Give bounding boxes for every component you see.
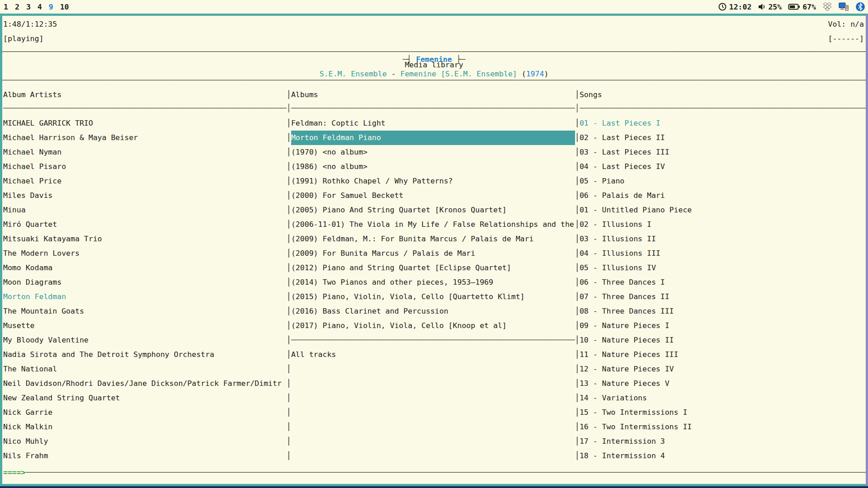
artist-item[interactable]: Michael Harrison & Maya Beiser — [3, 131, 138, 145]
album-item[interactable]: All tracks — [291, 347, 336, 362]
workspace-2[interactable]: 2 — [15, 3, 19, 11]
album-item[interactable]: (2015) Piano, Violin, Viola, Cello [Quar… — [291, 290, 525, 304]
column-divider: │ — [575, 131, 580, 145]
column-divider: │ — [575, 188, 580, 203]
album-item[interactable]: (2000) For Samuel Beckett — [291, 188, 403, 203]
artist-item[interactable]: Nico Muhly — [3, 434, 48, 449]
command-line: ====>───────────────────────────────────… — [2, 467, 866, 479]
artist-item-active[interactable]: Morton Feldman — [3, 290, 66, 304]
song-item[interactable]: 07 - Three Dances II — [580, 290, 670, 304]
artist-item[interactable]: New Zealand String Quartet — [3, 391, 120, 405]
artist-item[interactable]: The Mountain Goats — [3, 304, 84, 319]
song-item[interactable]: 09 - Nature Pieces I — [580, 319, 670, 333]
song-item[interactable]: 16 - Two Intermissions II — [580, 420, 692, 434]
dropbox-icon[interactable] — [822, 2, 832, 12]
artist-item[interactable]: Nadia Sirota and The Detroit Symphony Or… — [3, 347, 214, 362]
workspace-3[interactable]: 3 — [26, 3, 31, 11]
column-divider: │ — [575, 88, 580, 102]
album-item[interactable]: (2005) Piano And String Quartet [Kronos … — [291, 203, 507, 217]
library-row: Morton Feldman│(2015) Piano, Violin, Vio… — [2, 290, 866, 304]
album-item[interactable]: (1970) <no album> — [291, 145, 368, 160]
song-item[interactable]: 14 - Variations — [580, 391, 647, 405]
album-item[interactable]: Feldman: Coptic Light — [291, 116, 386, 131]
artist-item[interactable]: Michael Nyman — [3, 145, 61, 160]
song-item[interactable]: 10 - Nature Pieces II — [580, 333, 674, 347]
song-item[interactable]: 08 - Three Dances III — [580, 304, 674, 319]
column-divider: │ — [287, 304, 291, 319]
artist-item[interactable]: My Bloody Valentine — [3, 333, 89, 347]
column-divider: │ — [575, 420, 580, 434]
album-item[interactable]: (2006-11-01) The Viola in My Life / Fals… — [291, 217, 574, 232]
album-item[interactable]: (2009) For Bunita Marcus / Palais de Mar… — [291, 246, 475, 261]
column-divider: │ — [287, 290, 291, 304]
album-item[interactable]: (2009) Feldman, M.: For Bunita Marcus / … — [291, 232, 533, 246]
song-item[interactable]: 05 - Piano — [580, 174, 624, 188]
artist-item[interactable]: Miró Quartet — [3, 217, 57, 232]
network-computer-icon[interactable] — [839, 2, 849, 12]
artist-item[interactable]: Nick Garrie — [3, 405, 52, 420]
artist-item[interactable]: Michael Price — [3, 174, 61, 188]
column-divider: │ — [287, 261, 291, 275]
song-item[interactable]: 01 - Untitled Piano Piece — [580, 203, 692, 217]
library-row: Momo Kodama│(2012) Piano and String Quar… — [2, 261, 866, 275]
song-item[interactable]: 11 - Nature Pieces III — [580, 347, 679, 362]
column-divider: │ — [575, 102, 580, 115]
library-row: MICHAEL GARRICK TRIO│Feldman: Coptic Lig… — [2, 116, 866, 131]
column-divider: │ — [575, 319, 580, 333]
song-item[interactable]: 05 - Illusions IV — [580, 261, 656, 275]
artist-item[interactable]: Musette — [3, 319, 35, 333]
album-item[interactable]: (2012) Piano and String Quartet [Eclipse… — [291, 261, 511, 275]
library-row: Nick Garrie││15 - Two Intermissions I — [2, 405, 866, 420]
album-item[interactable]: (1986) <no album> — [291, 160, 368, 174]
column-divider: │ — [287, 131, 291, 145]
artist-item[interactable]: Michael Pisaro — [3, 160, 66, 174]
column-divider: │ — [287, 347, 291, 362]
song-item[interactable]: 04 - Last Pieces IV — [580, 160, 665, 174]
song-item-active[interactable]: 01 - Last Pieces I — [580, 116, 660, 131]
song-item[interactable]: 06 - Three Dances I — [580, 275, 665, 290]
album-item[interactable]: (2016) Bass Clarinet and Percussion — [291, 304, 448, 319]
song-item[interactable]: 03 - Last Pieces III — [580, 145, 670, 160]
artist-item[interactable]: Mitsuaki Katayama Trio — [3, 232, 102, 246]
album-item[interactable]: (2017) Piano, Violin, Viola, Cello [Knoo… — [291, 319, 507, 333]
song-item[interactable]: 02 - Illusions I — [580, 217, 651, 232]
artist-item[interactable]: Minua — [3, 203, 26, 217]
battery-group: 67% — [788, 2, 816, 11]
library-row: The National││12 - Nature Pieces IV — [2, 362, 866, 376]
artist-item[interactable]: The Modern Lovers — [3, 246, 80, 261]
song-item[interactable]: 06 - Palais de Mari — [580, 188, 665, 203]
song-item[interactable]: 13 - Nature Pieces V — [580, 376, 670, 391]
workspace-list: 1234910 — [4, 3, 69, 11]
artist-item[interactable]: Moon Diagrams — [3, 275, 61, 290]
workspace-1[interactable]: 1 — [4, 3, 8, 11]
song-item[interactable]: 03 - Illusions II — [580, 232, 656, 246]
column-divider: │ — [287, 116, 291, 131]
song-item[interactable]: 18 - Intermission 4 — [580, 449, 665, 463]
artist-item[interactable]: Neil Davidson/Rhodri Davies/Jane Dickson… — [3, 376, 282, 391]
song-item[interactable]: 04 - Illusions III — [580, 246, 660, 261]
system-tray: 12:02 25% 67% — [718, 2, 865, 12]
song-item[interactable]: 02 - Last Pieces II — [580, 131, 665, 145]
command-prompt: ====> — [3, 467, 26, 479]
artist-item[interactable]: MICHAEL GARRICK TRIO — [3, 116, 93, 131]
workspace-4[interactable]: 4 — [38, 3, 42, 11]
album-item[interactable]: (1991) Rothko Chapel / Why Patterns? — [291, 174, 453, 188]
artist-item[interactable]: Nick Malkin — [3, 420, 52, 434]
song-item[interactable]: 15 - Two Intermissions I — [580, 405, 687, 420]
album-item-selected[interactable]: Morton Feldman Piano — [291, 131, 575, 145]
workspace-9-active[interactable]: 9 — [49, 3, 53, 11]
artist-item[interactable]: Momo Kodama — [3, 261, 52, 275]
album-item[interactable]: (2014) Two Pianos and other pieces, 1953… — [291, 275, 493, 290]
column-divider: │ — [575, 174, 580, 188]
artist-item[interactable]: Miles Davis — [3, 188, 52, 203]
workspace-10[interactable]: 10 — [60, 3, 69, 11]
artist-item[interactable]: The National — [3, 362, 57, 376]
bluetooth-icon[interactable] — [855, 2, 865, 12]
terminal-window[interactable]: 1:48/1:12:35 ─┤ Femenine ├─ Vol: n/a [pl… — [0, 14, 868, 486]
column-divider: │ — [575, 347, 580, 362]
library-row: Michael Price│(1991) Rothko Chapel / Why… — [2, 174, 866, 188]
artist-item[interactable]: Nils Frahm — [3, 449, 48, 463]
song-item[interactable]: 12 - Nature Pieces IV — [580, 362, 674, 376]
library-column-headers: Album Artists │Albums │Songs — [2, 88, 866, 102]
song-item[interactable]: 17 - Intermission 3 — [580, 434, 665, 449]
